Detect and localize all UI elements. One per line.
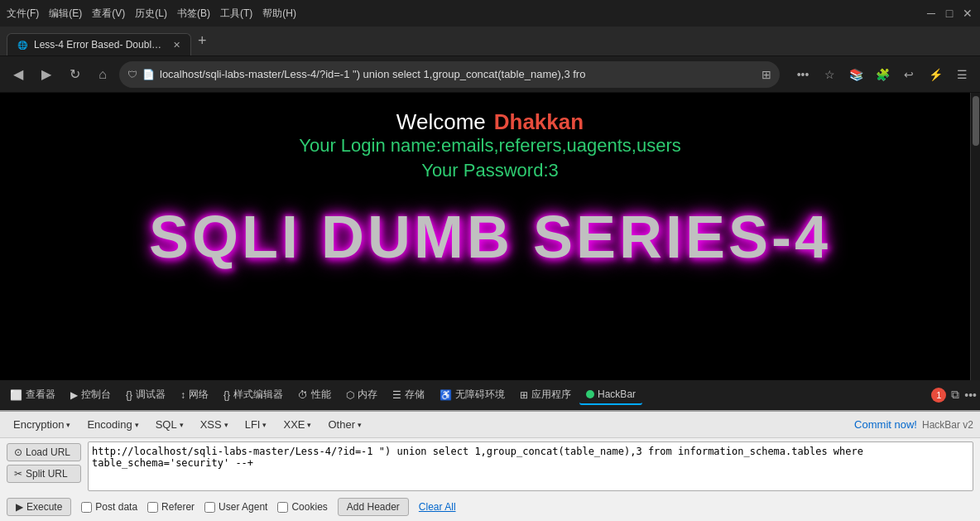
apps-button[interactable]: ⊞ 应用程序 — [513, 384, 578, 405]
developer-toolbar: ⬜ 查看器 ▶ 控制台 {} 调试器 ↕ 网络 {} 样式编辑器 ⏱ 性能 — [0, 380, 980, 410]
collections-icon[interactable]: 📚 — [844, 63, 867, 86]
hamburger-menu-icon[interactable]: ☰ — [950, 63, 973, 86]
home-button[interactable]: ⌂ — [91, 63, 114, 86]
load-url-icon: ⊙ — [14, 446, 22, 458]
close-button[interactable]: ✕ — [962, 7, 973, 19]
apps-label: 应用程序 — [531, 388, 571, 402]
performance-button[interactable]: ⏱ 性能 — [291, 384, 338, 405]
network-label: 网络 — [189, 388, 209, 402]
active-tab[interactable]: 🌐 Less-4 Error Based- DoubleQuo ✕ — [7, 33, 191, 55]
menu-tools[interactable]: 工具(T) — [220, 7, 252, 21]
hackbar-side-buttons: ⊙ Load URL ✂ Split URL — [7, 441, 81, 483]
bookmark-star-icon[interactable]: ☆ — [818, 63, 841, 86]
inspector-button[interactable]: ⬜ 查看器 — [3, 384, 62, 405]
console-label: 控制台 — [81, 388, 111, 402]
load-url-button[interactable]: ⊙ Load URL — [7, 443, 81, 461]
user-agent-checkbox-label[interactable]: User Agent — [204, 501, 267, 513]
post-data-checkbox[interactable] — [81, 502, 92, 513]
xss-label: XSS — [200, 418, 222, 431]
xss-menu[interactable]: XSS ▾ — [194, 416, 235, 433]
cookies-label: Cookies — [291, 501, 327, 513]
split-url-button[interactable]: ✂ Split URL — [7, 465, 81, 483]
console-button[interactable]: ▶ 控制台 — [64, 384, 118, 405]
split-url-icon: ✂ — [14, 468, 22, 480]
password-line: Your Password:3 — [421, 160, 559, 181]
referer-checkbox[interactable] — [147, 502, 158, 513]
style-editor-label: 样式编辑器 — [233, 388, 283, 402]
network-button[interactable]: ↕ 网络 — [174, 384, 215, 405]
forward-button[interactable]: ▶ — [35, 63, 58, 86]
other-menu[interactable]: Other ▾ — [321, 416, 368, 433]
menu-help[interactable]: 帮助(H) — [262, 7, 296, 21]
browser-window: 文件(F) 编辑(E) 查看(V) 历史(L) 书签(B) 工具(T) 帮助(H… — [0, 0, 980, 521]
encryption-menu[interactable]: Encryption ▾ — [7, 416, 77, 433]
clear-all-button[interactable]: Clear All — [419, 501, 456, 513]
scrollbar[interactable] — [970, 93, 980, 380]
user-agent-checkbox[interactable] — [204, 502, 215, 513]
post-data-checkbox-label[interactable]: Post data — [81, 501, 137, 513]
encoding-label: Encoding — [87, 418, 132, 431]
console-icon: ▶ — [70, 389, 78, 401]
accessibility-label: 无障碍环境 — [455, 388, 505, 402]
add-header-button[interactable]: Add Header — [338, 498, 409, 516]
more-dev-icon[interactable]: ••• — [964, 388, 977, 402]
commit-button[interactable]: Commit now! — [854, 418, 917, 431]
menu-view[interactable]: 查看(V) — [92, 7, 125, 21]
sql-menu[interactable]: SQL ▾ — [149, 416, 190, 433]
tab-close-button[interactable]: ✕ — [173, 40, 180, 51]
address-input[interactable] — [160, 68, 757, 80]
error-badge: 1 — [931, 388, 946, 403]
reload-button[interactable]: ↻ — [63, 63, 86, 86]
encoding-menu[interactable]: Encoding ▾ — [80, 416, 145, 433]
copy-icon[interactable]: ⧉ — [951, 388, 959, 402]
clear-all-label: Clear All — [419, 501, 456, 513]
login-name-line: Your Login name:emails,referers,uagents,… — [299, 135, 680, 157]
more-options-icon[interactable]: ••• — [791, 63, 814, 86]
title-bar: 文件(F) 编辑(E) 查看(V) 历史(L) 书签(B) 工具(T) 帮助(H… — [0, 0, 980, 27]
hackbar-button[interactable]: HackBar — [579, 385, 642, 405]
hackbar-bottom-row: ▶ Execute Post data Referer User Agent — [0, 494, 980, 521]
storage-icon: ☰ — [392, 389, 401, 401]
performance-label: 性能 — [311, 388, 331, 402]
tab-favicon: 🌐 — [17, 41, 27, 50]
other-label: Other — [328, 418, 355, 431]
back-button[interactable]: ◀ — [7, 63, 30, 86]
hackbar-menu-row: Encryption ▾ Encoding ▾ SQL ▾ XSS ▾ LFI — [0, 412, 980, 438]
extensions-icon[interactable]: 🧩 — [871, 63, 894, 86]
cookies-checkbox-label[interactable]: Cookies — [277, 501, 327, 513]
memory-button[interactable]: ⬡ 内存 — [339, 384, 384, 405]
maximize-button[interactable]: □ — [944, 7, 955, 19]
menu-file[interactable]: 文件(F) — [7, 7, 39, 21]
new-tab-button[interactable]: + — [191, 32, 214, 50]
menu-history[interactable]: 历史(L) — [135, 7, 167, 21]
other-arrow-icon: ▾ — [358, 421, 362, 429]
cookies-checkbox[interactable] — [277, 502, 288, 513]
encryption-arrow-icon: ▾ — [66, 421, 70, 429]
lfi-menu[interactable]: LFI ▾ — [238, 416, 274, 433]
banner-text: SQLI DUMB SERIES-4 — [132, 195, 848, 279]
puzzle-icon[interactable]: ⚡ — [924, 63, 947, 86]
hackbar-label: HackBar — [598, 388, 636, 400]
post-data-label: Post data — [95, 501, 137, 513]
menu-bookmarks[interactable]: 书签(B) — [177, 7, 210, 21]
back-sync-icon[interactable]: ↩ — [897, 63, 920, 86]
menu-edit[interactable]: 编辑(E) — [49, 7, 82, 21]
debugger-icon: {} — [126, 389, 132, 401]
url-textarea[interactable]: http://localhost/sqli-labs-master/Less-4… — [88, 441, 973, 491]
execute-button[interactable]: ▶ Execute — [7, 498, 71, 516]
web-content: Welcome Dhakkan Your Login name:emails,r… — [0, 93, 980, 380]
minimize-button[interactable]: ─ — [925, 7, 937, 19]
xxe-label: XXE — [283, 418, 305, 431]
page-icon: 📄 — [142, 69, 155, 80]
accessibility-button[interactable]: ♿ 无障碍环境 — [433, 384, 512, 405]
storage-button[interactable]: ☰ 存储 — [386, 384, 431, 405]
version-label: HackBar v2 — [922, 419, 973, 431]
xxe-menu[interactable]: XXE ▾ — [276, 416, 318, 433]
referer-checkbox-label[interactable]: Referer — [147, 501, 195, 513]
load-url-label: Load URL — [26, 446, 70, 458]
style-editor-button[interactable]: {} 样式编辑器 — [217, 384, 290, 405]
storage-label: 存储 — [405, 388, 425, 402]
debugger-button[interactable]: {} 调试器 — [119, 384, 172, 405]
memory-label: 内存 — [358, 388, 377, 402]
inspector-icon: ⬜ — [10, 389, 22, 401]
